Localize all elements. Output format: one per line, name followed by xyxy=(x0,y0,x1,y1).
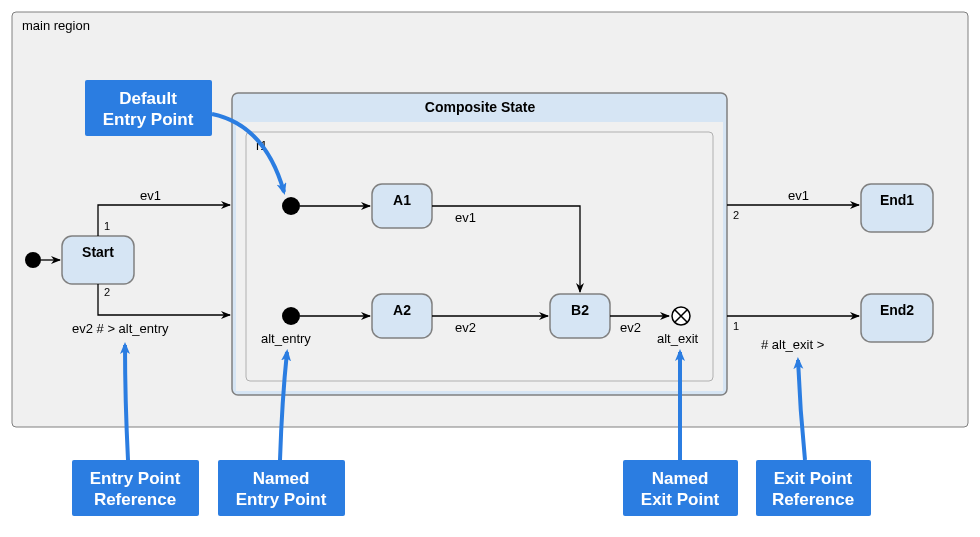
state-end2-label: End2 xyxy=(880,302,914,318)
default-entry-point xyxy=(282,197,300,215)
svg-text:Reference: Reference xyxy=(772,490,854,509)
main-region-label: main region xyxy=(22,18,90,33)
svg-text:2: 2 xyxy=(104,286,110,298)
state-a1-label: A1 xyxy=(393,192,411,208)
composite-title: Composite State xyxy=(425,99,536,115)
composite-state: Composite State r1 xyxy=(232,93,727,395)
alt-exit-label: alt_exit xyxy=(657,331,699,346)
svg-text:ev1: ev1 xyxy=(788,188,809,203)
svg-text:Entry Point: Entry Point xyxy=(236,490,327,509)
svg-text:ev1: ev1 xyxy=(455,210,476,225)
svg-text:Exit Point: Exit Point xyxy=(641,490,720,509)
state-end1-label: End1 xyxy=(880,192,914,208)
svg-text:Named: Named xyxy=(253,469,310,488)
state-start-label: Start xyxy=(82,244,114,260)
named-entry-point xyxy=(282,307,300,325)
svg-text:# alt_exit >: # alt_exit > xyxy=(761,337,824,352)
svg-text:Entry Point: Entry Point xyxy=(103,110,194,129)
state-a2-label: A2 xyxy=(393,302,411,318)
svg-text:ev2 # > alt_entry: ev2 # > alt_entry xyxy=(72,321,169,336)
svg-text:Reference: Reference xyxy=(94,490,176,509)
alt-entry-label: alt_entry xyxy=(261,331,311,346)
initial-state-outer xyxy=(25,252,41,268)
svg-text:1: 1 xyxy=(104,220,110,232)
svg-rect-1 xyxy=(236,122,723,391)
state-b2-label: B2 xyxy=(571,302,589,318)
svg-text:ev2: ev2 xyxy=(620,320,641,335)
svg-text:ev2: ev2 xyxy=(455,320,476,335)
svg-text:Entry Point: Entry Point xyxy=(90,469,181,488)
svg-text:Default: Default xyxy=(119,89,177,108)
svg-text:1: 1 xyxy=(733,320,739,332)
svg-text:Exit Point: Exit Point xyxy=(774,469,853,488)
svg-text:Named: Named xyxy=(652,469,709,488)
svg-text:ev1: ev1 xyxy=(140,188,161,203)
svg-text:2: 2 xyxy=(733,209,739,221)
